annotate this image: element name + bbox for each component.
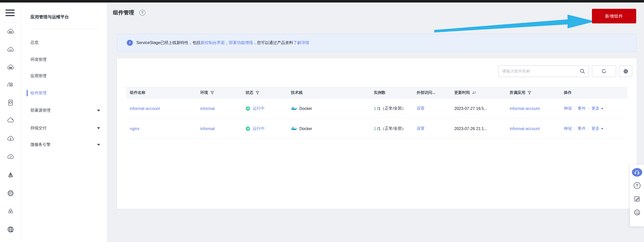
events-action-link[interactable]: 事件 bbox=[578, 106, 586, 111]
docker-icon bbox=[291, 126, 297, 131]
banner-link-new-console[interactable]: 新控制台界面 bbox=[200, 40, 225, 46]
waves-icon[interactable] bbox=[7, 81, 15, 89]
scale-action-link[interactable]: 伸缩 bbox=[564, 106, 572, 111]
support-headset-button[interactable] bbox=[632, 168, 642, 177]
edit-form-icon bbox=[634, 195, 640, 202]
table-row: nginx informat 运行中 Docker 1 /1（正常/全部） 设置… bbox=[126, 119, 627, 139]
cloud-upload-icon[interactable] bbox=[7, 135, 15, 143]
info-icon: i bbox=[127, 40, 133, 46]
sidebar-item-environment[interactable]: 环境管理 bbox=[21, 55, 107, 65]
sidebar: 应用管理与运维平台 总览 环境管理 应用管理 组件管理 部署源管理 持续交付 微… bbox=[21, 3, 107, 242]
hamburger-menu-icon[interactable] bbox=[6, 10, 15, 17]
action-separator bbox=[588, 127, 589, 131]
search-input[interactable] bbox=[499, 69, 580, 73]
info-banner: i ServiceStage已经上线新特性，包括新控制台界面，部署功能增强，您可… bbox=[117, 34, 637, 52]
satisfaction-smiley-button[interactable] bbox=[633, 209, 641, 216]
filter-icon[interactable] bbox=[527, 91, 532, 95]
feedback-form-button[interactable] bbox=[633, 195, 641, 203]
banner-link-learn-more[interactable]: 了解详情 bbox=[293, 40, 309, 46]
action-separator bbox=[575, 127, 575, 131]
smiley-icon bbox=[634, 209, 640, 216]
external-access-setup-link[interactable]: 设置 bbox=[417, 126, 425, 131]
tablet-cloud-icon[interactable] bbox=[7, 99, 15, 107]
instances-total: /1 bbox=[377, 106, 380, 111]
instances-note: （正常/全部） bbox=[381, 126, 406, 131]
more-action-link[interactable]: 更多 bbox=[591, 106, 599, 111]
component-name-link[interactable]: nginx bbox=[130, 127, 139, 131]
environment-link[interactable]: informat bbox=[200, 127, 215, 131]
external-access-setup-link[interactable]: 设置 bbox=[417, 106, 425, 111]
sidebar-item-application[interactable]: 应用管理 bbox=[21, 71, 107, 81]
banner-text: ServiceStage已经上线新特性，包括 bbox=[136, 40, 200, 46]
update-time: 2023-07-26 21:1... bbox=[454, 127, 487, 131]
running-status-icon bbox=[246, 126, 250, 131]
sidebar-item-microservice-engine[interactable]: 微服务引擎 bbox=[21, 140, 107, 150]
pyramid-icon[interactable] bbox=[7, 171, 15, 179]
main-content: 组件管理 ? 新增组件 i ServiceStage已经上线新特性，包括新控制台… bbox=[107, 3, 644, 242]
sort-icon[interactable] bbox=[472, 91, 476, 95]
stack-label: Docker bbox=[299, 106, 312, 111]
chevron-down-icon[interactable] bbox=[601, 128, 603, 130]
cloud-icon[interactable] bbox=[7, 117, 15, 125]
filter-icon[interactable] bbox=[210, 91, 214, 95]
update-time: 2023-07-27 16:5... bbox=[454, 106, 487, 111]
instances-total: /1 bbox=[377, 127, 380, 131]
component-name-link[interactable]: informat-account bbox=[130, 106, 160, 111]
scale-action-link[interactable]: 伸缩 bbox=[564, 126, 572, 131]
instances-note: （正常/全部） bbox=[381, 106, 406, 111]
sidebar-item-component[interactable]: 组件管理 bbox=[21, 88, 107, 98]
floating-help-rail: ? bbox=[630, 165, 644, 226]
banner-link-deploy-enhanced[interactable]: 部署功能增强 bbox=[229, 40, 253, 46]
column-settings-button[interactable] bbox=[619, 65, 632, 77]
cloud-meter-icon[interactable] bbox=[7, 153, 15, 161]
table-row: informat-account informat 运行中 Docker 1 /… bbox=[126, 99, 627, 119]
table-header-row: 组件名称 环境 状态 技术栈 实例数 外部访问... 更新时间 所属应用 操作 bbox=[126, 87, 627, 99]
chevron-down-icon bbox=[97, 144, 100, 146]
action-separator bbox=[588, 107, 589, 110]
chevron-down-icon bbox=[97, 110, 100, 111]
col-environment: 环境 bbox=[197, 90, 242, 95]
application-link[interactable]: informat-account bbox=[510, 106, 540, 111]
stack-label: Docker bbox=[299, 127, 312, 131]
environment-link[interactable]: informat bbox=[200, 106, 215, 111]
instances-ok: 1 bbox=[374, 106, 376, 111]
help-question-button[interactable]: ? bbox=[634, 182, 640, 189]
headset-icon bbox=[634, 170, 640, 175]
cloud-more-icon[interactable] bbox=[7, 46, 15, 54]
refresh-button[interactable] bbox=[592, 65, 616, 77]
events-action-link[interactable]: 事件 bbox=[578, 126, 586, 131]
cluster-icon[interactable] bbox=[7, 207, 15, 215]
running-status-icon bbox=[246, 106, 250, 111]
col-actions: 操作 bbox=[560, 90, 627, 95]
col-component-name: 组件名称 bbox=[126, 90, 197, 95]
annotation-arrow bbox=[430, 10, 596, 35]
more-action-link[interactable]: 更多 bbox=[591, 126, 599, 131]
svg-text:W: W bbox=[11, 230, 13, 233]
chevron-down-icon[interactable] bbox=[601, 108, 603, 109]
action-separator bbox=[575, 107, 575, 110]
application-link[interactable]: informat-account bbox=[510, 127, 540, 131]
sidebar-item-continuous-delivery[interactable]: 持续交付 bbox=[21, 123, 107, 133]
refresh-icon bbox=[601, 68, 607, 74]
sidebar-item-overview[interactable]: 总览 bbox=[21, 37, 107, 48]
help-icon[interactable]: ? bbox=[139, 10, 145, 16]
rail-divider bbox=[3, 22, 18, 23]
instances-ok: 1 bbox=[374, 127, 376, 131]
sidebar-title: 应用管理与运维平台 bbox=[30, 14, 69, 20]
top-black-bar bbox=[0, 0, 644, 3]
chevron-down-icon bbox=[97, 127, 100, 129]
col-external-access: 外部访问... bbox=[413, 90, 451, 95]
cloud-db-icon[interactable] bbox=[7, 64, 15, 72]
cloud-server-icon[interactable] bbox=[7, 28, 15, 36]
ip-icon[interactable]: IP bbox=[7, 189, 15, 197]
globe-icon[interactable]: W bbox=[7, 225, 15, 233]
sidebar-item-deploy-source[interactable]: 部署源管理 bbox=[21, 105, 107, 115]
col-instances: 实例数 bbox=[370, 90, 413, 95]
add-component-button[interactable]: 新增组件 bbox=[592, 9, 636, 23]
status-text: 运行中 bbox=[253, 106, 265, 111]
filter-icon[interactable] bbox=[255, 91, 260, 95]
search-icon[interactable] bbox=[580, 68, 589, 74]
docker-icon bbox=[291, 106, 297, 111]
col-status: 状态 bbox=[242, 90, 287, 95]
col-application: 所属应用 bbox=[506, 90, 560, 95]
